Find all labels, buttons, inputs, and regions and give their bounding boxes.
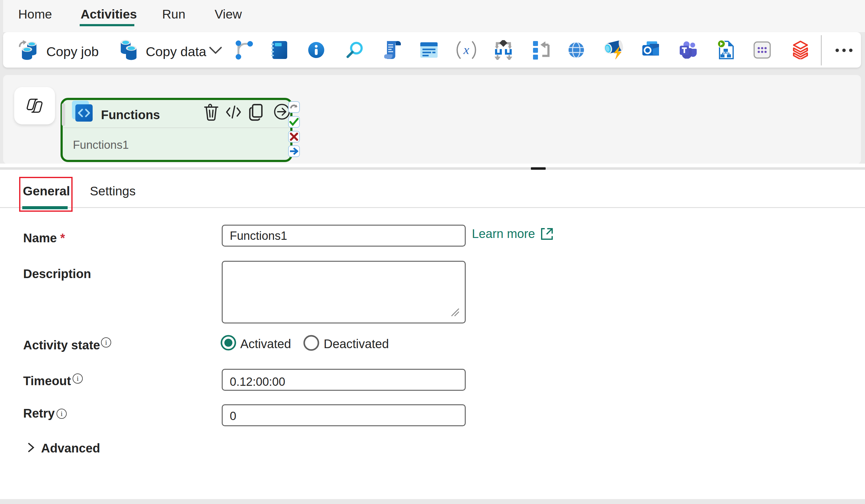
svg-text:x: x	[463, 43, 470, 57]
